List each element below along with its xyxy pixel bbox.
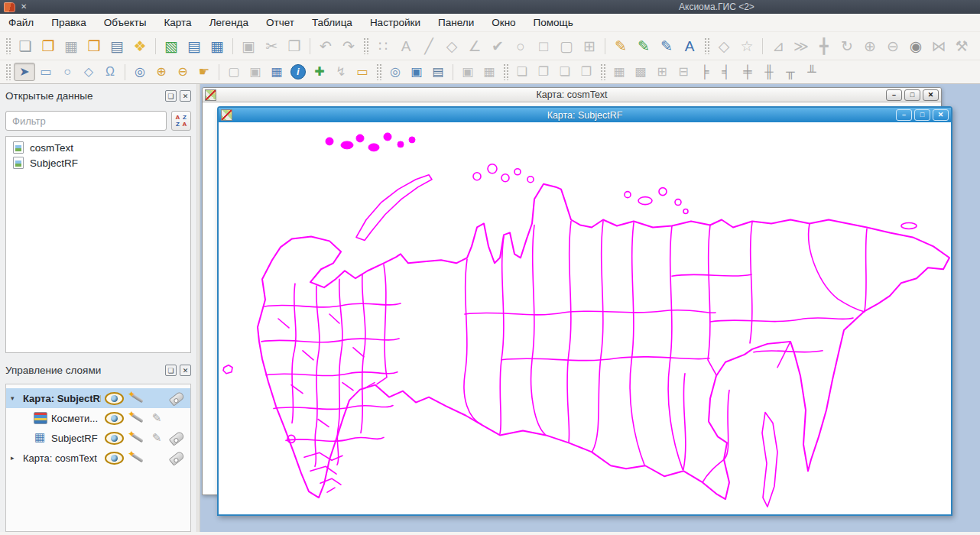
label-tag-icon[interactable] [167,431,186,445]
visibility-eye-icon[interactable] [105,412,124,425]
ruler-button[interactable]: ▭ [352,63,373,81]
menu-map[interactable]: Карта [164,17,192,28]
map-window-cosmtext-titlebar[interactable]: Карта: cosmText – □ ✕ [203,88,941,102]
polygon-tool[interactable]: ◇ [440,36,463,57]
pan-tool[interactable]: ☛ [193,63,215,81]
paste-button[interactable]: ▣ [237,36,260,57]
menu-legend[interactable]: Легенда [209,17,248,28]
redo-button[interactable]: ↷ [337,36,360,57]
rotate-objects-button[interactable]: ↻ [836,36,858,57]
cut-button[interactable]: ✂ [260,36,283,57]
copy-button[interactable]: ❐ [283,36,306,57]
menu-help[interactable]: Помощь [534,17,573,28]
maximize-button[interactable]: □ [914,109,930,121]
align-hcenter-button[interactable]: ╫ [758,63,780,81]
toolbar-grip[interactable] [5,37,11,54]
align-right-button[interactable]: ╡ [716,63,737,81]
buffer-add-button[interactable]: ⊞ [651,63,673,81]
label-tag-icon[interactable] [167,451,186,465]
open-dbms-table-button[interactable]: ▤ [105,36,128,57]
layer-row-map-subjectrf[interactable]: ▾ Карта: SubjectRF ✦ ✎ [6,388,190,408]
add-node-button[interactable]: ☆ [735,36,758,57]
close-button[interactable]: ✕ [933,109,949,121]
menu-file[interactable]: Файл [8,17,34,28]
toolbar-grip[interactable] [704,37,709,54]
line-style-button[interactable]: ✎ [632,36,655,57]
layer-row-subjectrf[interactable]: SubjectRF ✦ ✎ [6,428,190,448]
image-registration-button[interactable]: ▣ [457,63,479,81]
symbol-style-button[interactable]: ✎ [609,36,632,57]
polyline-tool[interactable]: ∠ [463,36,486,57]
visibility-eye-icon[interactable] [105,392,124,405]
align-top-button[interactable]: ╥ [780,63,801,81]
add-label-button[interactable]: ✚ [309,63,330,81]
edit-pencil-icon[interactable]: ✎ [150,411,164,425]
split-objects-button[interactable]: ❐ [533,63,554,81]
toolbar-grip[interactable] [600,63,605,80]
panel-close-button[interactable]: ✕ [180,365,191,376]
search-in-window-button[interactable]: ▣ [406,63,427,81]
clip-region-button[interactable]: ⋈ [927,36,950,57]
combine-objects-button[interactable]: ❏ [511,63,533,81]
symbol-tool[interactable]: ∷ [372,36,394,57]
text-tool[interactable]: A [394,36,417,57]
select-lasso-tool[interactable]: Ω [99,63,121,81]
frame-tool[interactable]: ⊞ [578,36,601,57]
trace-button[interactable]: ⊿ [767,36,790,57]
open-folder-table-button[interactable]: ❒ [83,36,105,57]
erase-inside-button[interactable]: ❏ [554,63,576,81]
select-rect-tool[interactable]: ▭ [35,63,57,81]
select-all-button[interactable]: ▦ [266,63,287,81]
check-regions-button[interactable]: ▦ [608,63,630,81]
style-wand-icon[interactable]: ✦ [128,451,146,465]
data-item-subjectrf[interactable]: SubjectRF [6,155,190,170]
close-button[interactable]: ✕ [923,89,939,101]
menu-settings[interactable]: Настройки [370,17,420,28]
invert-selection-button[interactable]: ▣ [245,63,266,81]
panel-float-button[interactable]: ❏ [165,365,177,376]
rectangle-tool[interactable]: □ [532,36,555,57]
undo-button[interactable]: ↶ [314,36,337,57]
ellipse-tool[interactable]: ○ [509,36,532,57]
toolbar-grip[interactable] [376,63,381,80]
region-style-button[interactable]: ✎ [655,36,678,57]
info-tool[interactable]: i [287,63,309,81]
visibility-eye-icon[interactable] [105,452,124,465]
style-wand-icon[interactable]: ✦ [128,391,146,405]
maximize-button[interactable]: □ [904,89,920,101]
node-remove-button[interactable]: ⊖ [881,36,904,57]
select-tool[interactable]: ➤ [14,63,35,81]
node-add-button[interactable]: ⊕ [858,36,881,57]
text-style-button[interactable]: A [678,36,701,57]
snap-nodes-button[interactable]: ▩ [630,63,651,81]
sql-query-button[interactable]: ◎ [385,63,406,81]
label-tag-icon[interactable] [167,391,186,405]
minimize-button[interactable]: – [896,109,912,121]
window-shade-icon[interactable]: ✕ [21,3,27,11]
hotlink-button[interactable]: ↯ [330,63,352,81]
menu-edit[interactable]: Правка [51,17,86,28]
update-statistics-button[interactable]: ▤ [427,63,449,81]
smooth-polygon-tool[interactable]: ✔ [486,36,509,57]
line-tool[interactable]: ╱ [417,36,440,57]
move-objects-button[interactable]: ╋ [813,36,836,57]
select-polygon-tool[interactable]: ◇ [78,63,99,81]
hammer-button[interactable]: ⚒ [950,36,973,57]
open-data-button[interactable]: ❐ [37,36,60,57]
filter-input[interactable] [5,111,167,131]
style-wand-icon[interactable]: ✦ [128,411,146,425]
panel-float-button[interactable]: ❏ [165,90,177,102]
expander-icon[interactable]: ▾ [11,394,19,402]
map-window-subjectrf[interactable]: Карта: SubjectRF – □ ✕ [217,106,952,516]
window-titlebar[interactable]: ✕ Аксиома.ГИС <2> [0,0,980,14]
toolbar-grip[interactable] [5,63,11,80]
reverse-line-button[interactable]: ≫ [790,36,813,57]
minimize-button[interactable]: – [886,89,902,101]
deselect-all-button[interactable]: ▢ [223,63,245,81]
toolbar-grip[interactable] [363,37,368,54]
layer-row-map-cosmtext[interactable]: ▸ Карта: cosmText ✦ ✎ [6,448,190,468]
map-canvas-subjectrf[interactable] [219,122,951,514]
reshape-button[interactable]: ◇ [712,36,735,57]
edit-pencil-icon[interactable]: ✎ [150,431,164,445]
expander-icon[interactable]: ▸ [11,454,19,462]
